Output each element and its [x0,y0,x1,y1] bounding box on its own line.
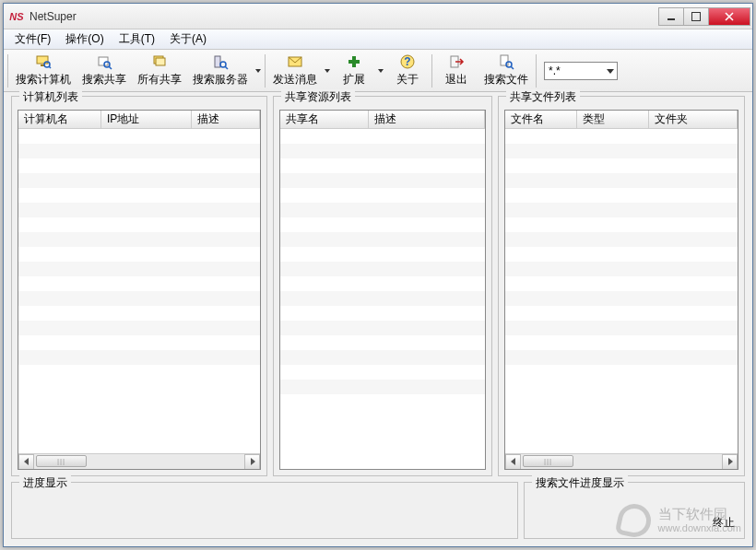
menu-file[interactable]: 文件(F) [7,29,58,49]
window-title: NetSuper [30,10,659,23]
toolbar-exit-button[interactable]: 退出 [434,52,478,90]
search-progress-panel: 搜索文件进度显示 终止 [524,482,745,539]
menu-operate[interactable]: 操作(O) [58,29,111,49]
scrollbar-track[interactable] [521,454,722,470]
exit-icon [448,53,465,70]
col-share-desc[interactable]: 描述 [369,111,485,128]
bottom-row: 进度显示 搜索文件进度显示 终止 [11,482,745,539]
question-icon: ? [399,53,416,70]
content-area: 计算机列表 计算机名 IP地址 描述 [4,92,752,546]
computer-list-panel: 计算机列表 计算机名 IP地址 描述 [11,96,267,476]
horizontal-scrollbar[interactable] [18,453,260,469]
list-body[interactable] [18,129,260,453]
all-share-icon [151,53,168,70]
toolbar-dropdown-arrow[interactable] [254,52,263,90]
toolbar-label: 搜索共享 [82,72,126,88]
svg-line-6 [109,66,112,69]
col-file-folder[interactable]: 文件夹 [649,111,738,128]
computer-search-icon [35,53,52,70]
svg-line-20 [511,66,514,69]
computer-list: 计算机名 IP地址 描述 [18,110,261,470]
file-search-icon [498,53,514,70]
scrollbar-track[interactable] [34,454,244,470]
maximize-button[interactable] [683,7,709,26]
toolbar-dropdown-arrow[interactable] [376,52,385,90]
svg-rect-8 [156,58,165,65]
toolbar-search-computer-button[interactable]: 搜索计算机 [10,52,77,90]
toolbar-label: 扩展 [343,72,365,88]
stop-button[interactable]: 终止 [713,515,735,531]
toolbar-separator [265,54,266,88]
menu-tools[interactable]: 工具(T) [112,29,162,49]
toolbar-about-button[interactable]: ? 关于 [385,52,430,90]
toolbar-label: 搜索服务器 [193,72,248,88]
horizontal-scrollbar[interactable] [505,453,738,469]
panel-title: 共享资源列表 [281,89,355,105]
col-ip[interactable]: IP地址 [101,111,192,128]
svg-rect-14 [348,60,360,64]
toolbar-separator [536,54,537,88]
menubar: 文件(F) 操作(O) 工具(T) 关于(A) [4,29,752,50]
column-headers: 共享名 描述 [280,111,485,129]
file-list-panel: 共享文件列表 文件名 类型 文件夹 [498,96,745,476]
toolbar-label: 搜索计算机 [16,72,71,88]
share-search-icon [96,53,112,70]
filter-value: *.* [549,64,561,77]
app-window: NS NetSuper 文件(F) 操作(O) 工具(T) 关于(A) 搜索计算… [3,3,753,547]
toolbar-search-server-button[interactable]: 搜索服务器 [187,52,254,90]
share-list: 共享名 描述 [279,110,486,470]
panel-title: 共享文件列表 [506,89,580,105]
server-search-icon [212,53,229,70]
svg-line-3 [49,66,51,68]
toolbar: 搜索计算机 搜索共享 所有共享 搜索服务器 发送消息 扩展 ? 关于 [4,50,752,92]
list-body[interactable] [280,129,485,469]
panel-title: 计算机列表 [19,89,82,105]
plus-icon [346,53,362,70]
progress-panel: 进度显示 [11,482,518,539]
svg-rect-9 [215,56,220,67]
scroll-right-icon[interactable] [244,454,260,470]
panels-row: 计算机列表 计算机名 IP地址 描述 [11,96,745,476]
scrollbar-thumb[interactable] [523,455,573,467]
minimize-button[interactable] [658,7,684,26]
toolbar-all-share-button[interactable]: 所有共享 [132,52,187,90]
toolbar-search-share-button[interactable]: 搜索共享 [77,52,132,90]
col-file-type[interactable]: 类型 [577,111,649,128]
toolbar-label: 发送消息 [273,72,317,88]
envelope-icon [287,53,303,70]
filter-select[interactable]: *.* [544,62,618,80]
col-file-name[interactable]: 文件名 [505,111,577,128]
panel-title: 进度显示 [19,475,71,491]
scroll-left-icon[interactable] [505,454,521,470]
toolbar-label: 搜索文件 [484,72,528,88]
toolbar-label: 退出 [445,72,467,88]
column-headers: 计算机名 IP地址 描述 [18,111,260,129]
toolbar-search-file-button[interactable]: 搜索文件 [478,52,534,90]
svg-text:?: ? [404,55,410,68]
share-list-panel: 共享资源列表 共享名 描述 [273,96,492,476]
col-share-name[interactable]: 共享名 [280,111,369,128]
panel-title: 搜索文件进度显示 [532,475,628,491]
col-desc[interactable]: 描述 [192,111,260,128]
scrollbar-thumb[interactable] [36,455,87,467]
scroll-left-icon[interactable] [18,454,34,470]
toolbar-extend-button[interactable]: 扩展 [332,52,376,90]
toolbar-label: 关于 [396,72,419,88]
close-button[interactable] [708,7,750,26]
column-headers: 文件名 类型 文件夹 [505,111,738,129]
list-body[interactable] [505,129,738,453]
file-list: 文件名 类型 文件夹 [504,110,738,470]
col-computer-name[interactable]: 计算机名 [18,111,101,128]
toolbar-separator [7,54,8,88]
titlebar: NS NetSuper [4,4,752,29]
scroll-right-icon[interactable] [722,454,738,470]
window-controls [659,7,750,26]
app-icon: NS [9,9,24,24]
svg-line-11 [225,66,228,69]
menu-about[interactable]: 关于(A) [162,29,214,49]
toolbar-separator [431,54,432,88]
toolbar-dropdown-arrow[interactable] [323,52,332,90]
toolbar-label: 所有共享 [137,72,182,88]
toolbar-send-message-button[interactable]: 发送消息 [267,52,323,90]
